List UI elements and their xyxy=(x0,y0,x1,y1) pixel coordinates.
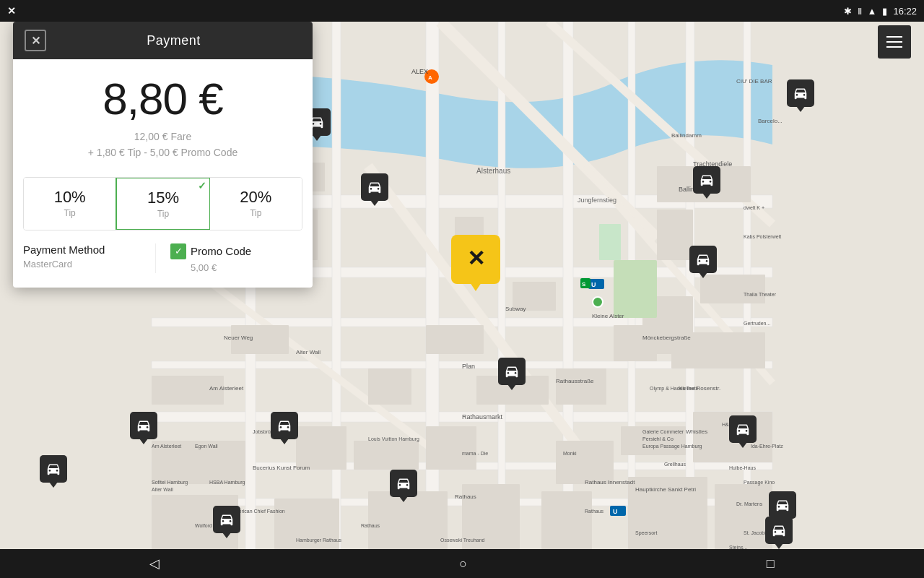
taxi-icon[interactable] xyxy=(40,455,67,483)
tip-20-button[interactable]: 20% Tip xyxy=(210,178,302,230)
taxi-icon[interactable] xyxy=(498,358,526,385)
svg-rect-52 xyxy=(715,484,772,549)
svg-text:Rathaus Innenstadt: Rathaus Innenstadt xyxy=(585,479,635,486)
svg-text:Neuer Weg: Neuer Weg xyxy=(224,335,253,341)
svg-text:Hulbe-Haus: Hulbe-Haus xyxy=(729,465,756,470)
tip-section: 10% Tip ✓ 15% Tip 20% Tip xyxy=(23,177,302,230)
promo-code-value: 5,00 € xyxy=(170,262,217,273)
svg-text:Jungfernstieg: Jungfernstieg xyxy=(578,197,616,204)
svg-rect-50 xyxy=(541,491,592,549)
svg-text:Sofitel Hamburg: Sofitel Hamburg xyxy=(152,480,188,486)
hamburger-line-2 xyxy=(886,41,902,43)
back-button[interactable]: ◁ xyxy=(121,550,188,577)
home-button[interactable]: ○ xyxy=(430,551,496,577)
svg-text:HSBA Hamburg: HSBA Hamburg xyxy=(209,480,245,486)
svg-text:Egon Wall: Egon Wall xyxy=(195,444,218,449)
svg-text:Monki: Monki xyxy=(563,451,577,456)
svg-text:Persiehl & Co: Persiehl & Co xyxy=(642,436,674,441)
payment-promo-row: Payment Method MasterCard ✓ Promo Code 5… xyxy=(13,230,313,288)
svg-rect-53 xyxy=(614,260,657,318)
svg-text:Hamburger Rathaus: Hamburger Rathaus xyxy=(296,538,342,543)
breakdown-detail: + 1,80 € Tip - 5,00 € Promo Code xyxy=(88,147,237,158)
payment-method-section[interactable]: Payment Method MasterCard xyxy=(23,243,155,269)
tip-15-button[interactable]: ✓ 15% Tip xyxy=(116,177,210,230)
svg-text:Barcelo...: Barcelo... xyxy=(758,118,783,124)
tip-10-button[interactable]: 10% Tip xyxy=(24,178,116,230)
taxi-icon[interactable] xyxy=(765,517,793,544)
svg-rect-37 xyxy=(556,368,606,405)
svg-text:✕: ✕ xyxy=(467,246,485,270)
svg-text:Ballindamm: Ballindamm xyxy=(671,132,702,139)
app-x-icon: ✕ xyxy=(7,5,16,17)
hamburger-menu-button[interactable] xyxy=(878,25,911,59)
fare-label: 12,00 € Fare xyxy=(134,131,191,142)
svg-rect-44 xyxy=(354,441,419,470)
taxi-icon[interactable] xyxy=(213,506,240,533)
signal-icon: Ⅱ xyxy=(858,6,862,17)
taxi-icon[interactable] xyxy=(361,173,388,201)
svg-rect-26 xyxy=(599,224,621,260)
svg-text:Ida-Ehre-Platz: Ida-Ehre-Platz xyxy=(751,444,783,449)
status-left: ✕ xyxy=(7,5,16,17)
promo-code-section[interactable]: ✓ Promo Code 5,00 € xyxy=(155,243,302,273)
hamburger-line-1 xyxy=(886,36,902,38)
taxi-icon[interactable] xyxy=(689,246,717,273)
tip-10-label: Tip xyxy=(30,208,110,218)
svg-text:CIU' DIE BAR: CIU' DIE BAR xyxy=(736,78,772,85)
svg-rect-45 xyxy=(426,426,476,470)
svg-text:A: A xyxy=(428,74,432,81)
svg-text:Europa Passage Hamburg: Europa Passage Hamburg xyxy=(642,444,702,449)
svg-text:Mönckebergstraße: Mönckebergstraße xyxy=(642,335,691,341)
svg-text:Bucerius Kunst Forum: Bucerius Kunst Forum xyxy=(253,465,310,471)
svg-point-119 xyxy=(593,297,603,307)
price-area: 8,80 € 12,00 € Fare + 1,80 € Tip - 5,00 … xyxy=(13,59,313,168)
svg-text:Rathausmarkt: Rathausmarkt xyxy=(462,413,503,420)
tip-20-pct: 20% xyxy=(216,188,296,207)
close-button[interactable]: ✕ xyxy=(25,30,46,51)
svg-text:Louis Vuitton Hamburg: Louis Vuitton Hamburg xyxy=(368,436,419,442)
svg-rect-28 xyxy=(657,210,693,260)
promo-check-icon: ✓ xyxy=(170,243,186,259)
svg-text:Whistles: Whistles xyxy=(686,428,707,435)
svg-text:Ossewski Treuhand: Ossewski Treuhand xyxy=(440,538,485,543)
svg-text:Alter Wall: Alter Wall xyxy=(296,349,321,355)
svg-text:Rathaus: Rathaus xyxy=(361,523,380,528)
taxi-icon[interactable] xyxy=(787,79,814,107)
svg-text:Alsterhaus: Alsterhaus xyxy=(476,167,510,175)
taxi-icon[interactable] xyxy=(729,415,757,443)
recents-button[interactable]: □ xyxy=(738,551,803,577)
svg-text:Passage Kino: Passage Kino xyxy=(744,480,775,486)
svg-text:Subway: Subway xyxy=(505,306,526,312)
svg-text:Rathaus: Rathaus xyxy=(455,493,476,500)
svg-rect-11 xyxy=(498,22,505,549)
taxi-icon[interactable] xyxy=(271,412,298,439)
taxi-icon[interactable] xyxy=(693,166,720,194)
promo-code-label: Promo Code xyxy=(191,245,251,257)
svg-rect-9 xyxy=(332,22,341,549)
taxi-icon[interactable] xyxy=(769,491,796,519)
tip-10-pct: 10% xyxy=(30,188,110,207)
payment-panel: ✕ Payment 8,80 € 12,00 € Fare + 1,80 € T… xyxy=(13,22,313,288)
bluetooth-icon: ✱ xyxy=(844,6,852,17)
svg-text:U: U xyxy=(591,281,596,288)
promo-header: ✓ Promo Code xyxy=(170,243,251,259)
price-breakdown: 12,00 € Fare + 1,80 € Tip - 5,00 € Promo… xyxy=(27,129,298,161)
svg-text:Gertruden...: Gertruden... xyxy=(744,321,770,326)
battery-icon: ▮ xyxy=(882,6,887,17)
taxi-icon[interactable] xyxy=(130,412,157,439)
svg-text:S: S xyxy=(582,281,586,288)
svg-text:Thalia Theater: Thalia Theater xyxy=(744,292,777,297)
svg-text:Wolford: Wolford xyxy=(195,523,212,528)
my-taxi-marker[interactable]: ✕ xyxy=(451,235,500,284)
svg-text:Galerie Commeter: Galerie Commeter xyxy=(642,429,684,434)
svg-text:Am Alsterleet: Am Alsterleet xyxy=(209,385,244,392)
svg-text:Rathausstraße: Rathausstraße xyxy=(556,378,594,384)
svg-text:Grellhaus: Grellhaus xyxy=(664,462,686,467)
svg-text:Plan: Plan xyxy=(462,363,475,370)
svg-text:Olymp & Hades Textil: Olymp & Hades Textil xyxy=(650,386,698,392)
payment-method-label: Payment Method xyxy=(23,243,155,256)
tip-20-label: Tip xyxy=(216,208,296,218)
panel-header: ✕ Payment xyxy=(13,22,313,59)
taxi-icon[interactable] xyxy=(390,470,417,497)
checkmark-icon: ✓ xyxy=(198,180,206,191)
